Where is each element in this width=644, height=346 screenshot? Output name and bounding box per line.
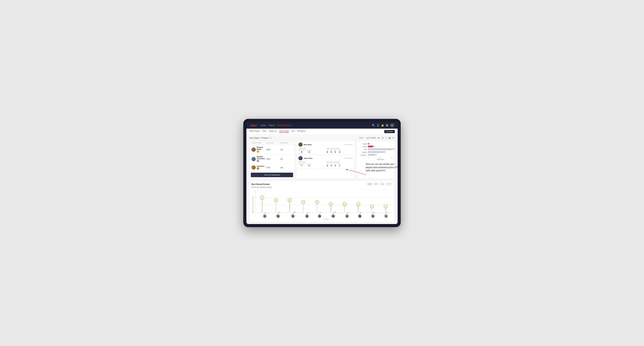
card-date-1: 02 Sep 2023 <box>345 144 352 145</box>
bar-dbogeys: D. Bogeys + 131 <box>358 154 393 156</box>
total-practice-label-2: Total Practice Activities <box>326 161 352 163</box>
filter-putt[interactable]: PUTT <box>386 183 392 185</box>
table-header: PLAYER NAME PB SCORE PB AVG SQ <box>249 141 294 145</box>
navbar: clippd Home Teams My Performance 🔍 👤 🔔 ⚙… <box>246 122 398 129</box>
table-row: Edward Crossman 2 18/20 107 <box>249 154 294 164</box>
card-name-1: Rees Britt <box>304 144 312 146</box>
tab-team-clippd[interactable]: Team Clippd <box>279 130 289 133</box>
practice-val-1: 4 <box>307 151 311 153</box>
streak-col-miller: 4x <box>356 202 360 212</box>
player-label-billingham: D. Billingham <box>290 213 296 218</box>
tab-pga[interactable]: PGA <box>262 130 266 133</box>
filter-ott[interactable]: OTT <box>367 183 372 185</box>
tournament-val-1: 8 <box>298 151 305 153</box>
streak-col-coles: 5x <box>301 200 305 212</box>
grid-line <box>255 190 392 190</box>
tab-hcaps[interactable]: Hcaps 1-5 <box>269 130 277 133</box>
bell-icon[interactable]: 🔔 <box>381 124 384 127</box>
total-rounds-label-2: Total Rounds <box>298 161 325 163</box>
pb-avg-2: 107 <box>280 158 292 160</box>
player-avatar-2 <box>252 157 256 161</box>
player-label-ford: B. Ford <box>345 213 349 218</box>
content-grid: PLAYER NAME PB SCORE PB AVG SQ <box>249 141 395 179</box>
tournament-label-1: Tournament <box>298 150 305 151</box>
rank-badge-3: 3 <box>257 167 259 170</box>
player-name-2: Edward Crossman <box>257 156 266 160</box>
streaks-subtitle: Off The Tee, Fairway Accuracy <box>252 186 392 188</box>
pb-avg-1: 110 <box>280 149 292 151</box>
player-avatar-1 <box>252 148 256 152</box>
edit-icon[interactable]: ✏️ <box>270 137 272 139</box>
player-name-1: Richard Butler <box>257 146 266 150</box>
filter-app[interactable]: APP <box>373 183 379 185</box>
streak-col-butler: 3x <box>370 204 374 212</box>
col-player-name: PLAYER NAME <box>252 142 266 144</box>
logo: clippd <box>250 124 256 127</box>
search-icon[interactable]: 🔍 <box>372 124 375 127</box>
tab-tour[interactable]: Tour <box>292 130 295 133</box>
nav-actions: 🔍 👤 🔔 ⚙️ U <box>372 123 394 127</box>
annotation-text: Here you can see streaks your players ha… <box>366 163 399 173</box>
chart-title: Total Shots <box>358 159 393 160</box>
col-pb-avg: PB AVG SQ <box>280 142 292 144</box>
tab-all-players[interactable]: All Players <box>297 130 306 133</box>
streak-col-crossman: 4x <box>329 202 333 212</box>
card-avatar-1 <box>298 142 302 147</box>
sub-nav-links: PGAT Players PGA Hcaps 1-5 Team Clippd T… <box>249 130 306 133</box>
show-label: Show <box>359 137 363 139</box>
table-view-icon[interactable]: ⊟ <box>392 136 395 140</box>
streaks-header: Best Round Streaks OTT APP ARG PUTT <box>252 183 392 185</box>
settings-icon[interactable]: ⚙️ <box>386 124 388 127</box>
streak-col-ebert: 7x <box>260 196 264 212</box>
streak-col-britt: 5x <box>315 200 319 212</box>
rank-badge-1: 1 <box>257 150 259 153</box>
filter-arg[interactable]: ARG <box>380 183 385 185</box>
player-label-mcherg: B. McHerg <box>276 213 281 218</box>
pb-score-2: 18/20 <box>266 158 280 160</box>
player-label-butler: R. Butler <box>371 213 375 218</box>
rank-badge-2: 2 <box>257 160 259 162</box>
col-pb-score: PB SCORE <box>266 142 280 144</box>
team-controls: Show Last 3 months ⊞ ≡ ▦ ⊟ <box>359 136 395 140</box>
avatar[interactable]: U <box>390 123 394 127</box>
card-name-2: Josh Coles <box>304 157 312 159</box>
nav-my-performance[interactable]: My Performance <box>277 124 292 126</box>
grid-view-icon[interactable]: ⊞ <box>381 136 384 140</box>
player-avatar-3 <box>252 165 256 170</box>
bar-bogeys: Bogeys 311 <box>358 151 393 153</box>
total-rounds-label-1: Total Rounds <box>298 148 325 149</box>
player-card-1: Rees Britt 02 Sep 2023 Total Rounds Tour <box>296 141 355 155</box>
nav-home[interactable]: Home <box>261 124 266 126</box>
annotation-arrow <box>345 166 368 183</box>
practice-label-1: Practice <box>307 150 311 151</box>
grid-line <box>255 197 392 198</box>
pb-score-1: 19/20 <box>266 149 280 151</box>
view-leaderboard-button[interactable]: View Full Leaderboard <box>251 173 293 177</box>
players-label: Players <box>260 218 392 220</box>
player-label-crossman: E. Crossman <box>330 213 336 218</box>
card-view-icon[interactable]: ▦ <box>388 136 391 140</box>
annotation: Here you can see streaks your players ha… <box>366 163 399 173</box>
pb-avg-3: 103 <box>280 167 292 169</box>
bar-eagles: Eagles 3 <box>358 143 393 145</box>
total-practice-label-1: Total Practice Activities <box>326 148 352 149</box>
add-team-button[interactable]: Add Team <box>384 130 395 133</box>
sub-nav: PGAT Players PGA Hcaps 1-5 Team Clippd T… <box>246 129 398 135</box>
streaks-section: Best Round Streaks OTT APP ARG PUTT Off … <box>249 180 395 222</box>
table-row: Richard Butler 1 19/20 110 <box>249 145 294 154</box>
pb-score-3: 17/20 <box>266 167 280 169</box>
user-icon[interactable]: 👤 <box>376 124 380 127</box>
tab-pgat-players[interactable]: PGAT Players <box>249 130 260 133</box>
player-label-miller: M. Miller <box>358 213 362 218</box>
team-title: Team Clippd | 14 Players <box>249 137 268 139</box>
list-view-icon[interactable]: ≡ <box>385 136 388 140</box>
time-range-dropdown[interactable]: Last 3 months <box>364 136 380 140</box>
bar-pars: Pars 499 <box>358 148 393 151</box>
table-row: Cameron... 3 17/20 103 <box>249 164 294 171</box>
chart-x-axis: 0 200 400 <box>358 157 393 158</box>
view-icons: ⊞ ≡ ▦ ⊟ <box>381 136 395 140</box>
streaks-filters: OTT APP ARG PUTT <box>367 183 392 185</box>
player-label-ebert: E. Ebert <box>263 213 267 218</box>
nav-teams[interactable]: Teams <box>269 124 274 126</box>
player-label-quick: C. Quick <box>384 213 388 218</box>
